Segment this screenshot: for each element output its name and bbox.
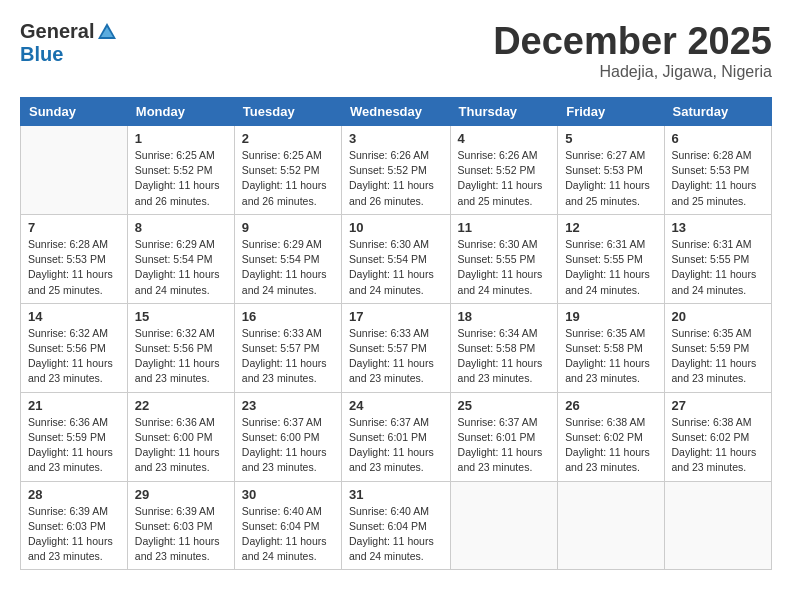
calendar-day-header: Saturday	[664, 98, 771, 126]
day-detail: Sunrise: 6:35 AMSunset: 5:59 PMDaylight:…	[672, 326, 764, 387]
day-detail: Sunrise: 6:29 AMSunset: 5:54 PMDaylight:…	[242, 237, 334, 298]
day-number: 31	[349, 487, 443, 502]
calendar-day-cell: 26Sunrise: 6:38 AMSunset: 6:02 PMDayligh…	[558, 392, 664, 481]
day-number: 15	[135, 309, 227, 324]
calendar-week-row: 21Sunrise: 6:36 AMSunset: 5:59 PMDayligh…	[21, 392, 772, 481]
day-detail: Sunrise: 6:26 AMSunset: 5:52 PMDaylight:…	[458, 148, 551, 209]
day-number: 27	[672, 398, 764, 413]
day-number: 26	[565, 398, 656, 413]
day-number: 29	[135, 487, 227, 502]
day-detail: Sunrise: 6:39 AMSunset: 6:03 PMDaylight:…	[28, 504, 120, 565]
calendar-day-cell: 23Sunrise: 6:37 AMSunset: 6:00 PMDayligh…	[234, 392, 341, 481]
logo: General Blue	[20, 20, 118, 66]
title-area: December 2025 Hadejia, Jigawa, Nigeria	[493, 20, 772, 81]
day-detail: Sunrise: 6:29 AMSunset: 5:54 PMDaylight:…	[135, 237, 227, 298]
calendar-day-cell: 11Sunrise: 6:30 AMSunset: 5:55 PMDayligh…	[450, 214, 558, 303]
day-detail: Sunrise: 6:33 AMSunset: 5:57 PMDaylight:…	[349, 326, 443, 387]
day-number: 12	[565, 220, 656, 235]
day-number: 21	[28, 398, 120, 413]
calendar-day-cell: 10Sunrise: 6:30 AMSunset: 5:54 PMDayligh…	[342, 214, 451, 303]
day-detail: Sunrise: 6:30 AMSunset: 5:54 PMDaylight:…	[349, 237, 443, 298]
day-number: 19	[565, 309, 656, 324]
day-detail: Sunrise: 6:35 AMSunset: 5:58 PMDaylight:…	[565, 326, 656, 387]
calendar-day-cell: 3Sunrise: 6:26 AMSunset: 5:52 PMDaylight…	[342, 126, 451, 215]
day-detail: Sunrise: 6:39 AMSunset: 6:03 PMDaylight:…	[135, 504, 227, 565]
calendar-day-cell	[21, 126, 128, 215]
day-detail: Sunrise: 6:31 AMSunset: 5:55 PMDaylight:…	[565, 237, 656, 298]
calendar-week-row: 28Sunrise: 6:39 AMSunset: 6:03 PMDayligh…	[21, 481, 772, 570]
day-detail: Sunrise: 6:33 AMSunset: 5:57 PMDaylight:…	[242, 326, 334, 387]
day-number: 28	[28, 487, 120, 502]
calendar-day-cell: 24Sunrise: 6:37 AMSunset: 6:01 PMDayligh…	[342, 392, 451, 481]
day-detail: Sunrise: 6:40 AMSunset: 6:04 PMDaylight:…	[242, 504, 334, 565]
calendar-day-header: Tuesday	[234, 98, 341, 126]
day-detail: Sunrise: 6:32 AMSunset: 5:56 PMDaylight:…	[28, 326, 120, 387]
calendar-day-cell: 27Sunrise: 6:38 AMSunset: 6:02 PMDayligh…	[664, 392, 771, 481]
calendar-day-cell: 30Sunrise: 6:40 AMSunset: 6:04 PMDayligh…	[234, 481, 341, 570]
day-number: 16	[242, 309, 334, 324]
calendar-day-cell: 21Sunrise: 6:36 AMSunset: 5:59 PMDayligh…	[21, 392, 128, 481]
logo-icon	[96, 21, 118, 43]
calendar-day-cell: 12Sunrise: 6:31 AMSunset: 5:55 PMDayligh…	[558, 214, 664, 303]
day-number: 7	[28, 220, 120, 235]
calendar-day-cell: 15Sunrise: 6:32 AMSunset: 5:56 PMDayligh…	[127, 303, 234, 392]
day-number: 8	[135, 220, 227, 235]
calendar-header-row: SundayMondayTuesdayWednesdayThursdayFrid…	[21, 98, 772, 126]
day-number: 11	[458, 220, 551, 235]
day-detail: Sunrise: 6:26 AMSunset: 5:52 PMDaylight:…	[349, 148, 443, 209]
logo-general-text: General	[20, 20, 94, 43]
calendar-day-cell: 17Sunrise: 6:33 AMSunset: 5:57 PMDayligh…	[342, 303, 451, 392]
logo-blue-text: Blue	[20, 43, 63, 66]
calendar-week-row: 14Sunrise: 6:32 AMSunset: 5:56 PMDayligh…	[21, 303, 772, 392]
calendar-day-cell: 9Sunrise: 6:29 AMSunset: 5:54 PMDaylight…	[234, 214, 341, 303]
day-detail: Sunrise: 6:36 AMSunset: 6:00 PMDaylight:…	[135, 415, 227, 476]
day-number: 13	[672, 220, 764, 235]
day-number: 10	[349, 220, 443, 235]
calendar-day-cell: 6Sunrise: 6:28 AMSunset: 5:53 PMDaylight…	[664, 126, 771, 215]
day-number: 6	[672, 131, 764, 146]
day-number: 24	[349, 398, 443, 413]
calendar-day-cell: 20Sunrise: 6:35 AMSunset: 5:59 PMDayligh…	[664, 303, 771, 392]
day-detail: Sunrise: 6:25 AMSunset: 5:52 PMDaylight:…	[242, 148, 334, 209]
day-number: 2	[242, 131, 334, 146]
calendar-day-cell: 29Sunrise: 6:39 AMSunset: 6:03 PMDayligh…	[127, 481, 234, 570]
day-number: 1	[135, 131, 227, 146]
calendar-day-cell	[664, 481, 771, 570]
day-detail: Sunrise: 6:40 AMSunset: 6:04 PMDaylight:…	[349, 504, 443, 565]
calendar-day-cell: 18Sunrise: 6:34 AMSunset: 5:58 PMDayligh…	[450, 303, 558, 392]
day-detail: Sunrise: 6:38 AMSunset: 6:02 PMDaylight:…	[672, 415, 764, 476]
calendar-day-cell	[558, 481, 664, 570]
day-number: 30	[242, 487, 334, 502]
day-detail: Sunrise: 6:36 AMSunset: 5:59 PMDaylight:…	[28, 415, 120, 476]
calendar-week-row: 1Sunrise: 6:25 AMSunset: 5:52 PMDaylight…	[21, 126, 772, 215]
day-detail: Sunrise: 6:37 AMSunset: 6:01 PMDaylight:…	[458, 415, 551, 476]
calendar-day-cell: 25Sunrise: 6:37 AMSunset: 6:01 PMDayligh…	[450, 392, 558, 481]
day-detail: Sunrise: 6:34 AMSunset: 5:58 PMDaylight:…	[458, 326, 551, 387]
calendar-day-cell: 1Sunrise: 6:25 AMSunset: 5:52 PMDaylight…	[127, 126, 234, 215]
day-detail: Sunrise: 6:37 AMSunset: 6:00 PMDaylight:…	[242, 415, 334, 476]
day-number: 14	[28, 309, 120, 324]
day-number: 17	[349, 309, 443, 324]
calendar-week-row: 7Sunrise: 6:28 AMSunset: 5:53 PMDaylight…	[21, 214, 772, 303]
calendar-day-cell: 22Sunrise: 6:36 AMSunset: 6:00 PMDayligh…	[127, 392, 234, 481]
calendar-day-header: Thursday	[450, 98, 558, 126]
day-number: 20	[672, 309, 764, 324]
day-detail: Sunrise: 6:31 AMSunset: 5:55 PMDaylight:…	[672, 237, 764, 298]
day-number: 9	[242, 220, 334, 235]
day-detail: Sunrise: 6:28 AMSunset: 5:53 PMDaylight:…	[28, 237, 120, 298]
day-detail: Sunrise: 6:30 AMSunset: 5:55 PMDaylight:…	[458, 237, 551, 298]
calendar-day-cell: 19Sunrise: 6:35 AMSunset: 5:58 PMDayligh…	[558, 303, 664, 392]
calendar-day-cell: 5Sunrise: 6:27 AMSunset: 5:53 PMDaylight…	[558, 126, 664, 215]
calendar-day-cell: 8Sunrise: 6:29 AMSunset: 5:54 PMDaylight…	[127, 214, 234, 303]
calendar-day-header: Monday	[127, 98, 234, 126]
day-number: 22	[135, 398, 227, 413]
location-title: Hadejia, Jigawa, Nigeria	[493, 63, 772, 81]
day-detail: Sunrise: 6:37 AMSunset: 6:01 PMDaylight:…	[349, 415, 443, 476]
day-number: 4	[458, 131, 551, 146]
calendar-day-cell: 16Sunrise: 6:33 AMSunset: 5:57 PMDayligh…	[234, 303, 341, 392]
day-detail: Sunrise: 6:27 AMSunset: 5:53 PMDaylight:…	[565, 148, 656, 209]
calendar-day-header: Sunday	[21, 98, 128, 126]
calendar-table: SundayMondayTuesdayWednesdayThursdayFrid…	[20, 97, 772, 570]
calendar-day-cell	[450, 481, 558, 570]
calendar-day-cell: 2Sunrise: 6:25 AMSunset: 5:52 PMDaylight…	[234, 126, 341, 215]
